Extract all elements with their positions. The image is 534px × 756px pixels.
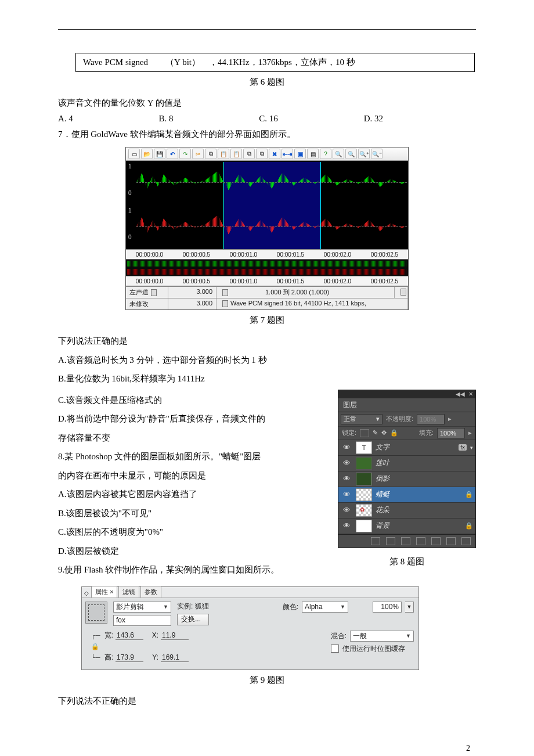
- adjustment-layer-icon[interactable]: [416, 537, 425, 545]
- flyout-icon[interactable]: ◇: [84, 590, 89, 596]
- visibility-eye-icon[interactable]: 👁: [341, 443, 352, 452]
- instance-type-select[interactable]: 影片剪辑▼: [113, 602, 171, 613]
- q8-opt-b: B.该图层被设为"不可见": [58, 505, 329, 522]
- ruler2-t4: 00:00:02.0: [324, 278, 351, 285]
- undo-icon[interactable]: ↶: [167, 149, 178, 159]
- lock-all-icon[interactable]: 🔒: [390, 429, 398, 437]
- instance-name-input[interactable]: fox: [113, 615, 171, 626]
- new-file-icon[interactable]: ▭: [128, 149, 140, 159]
- mix-icon[interactable]: ⧉: [243, 149, 255, 159]
- new-layer-icon[interactable]: [446, 537, 456, 545]
- delete-layer-icon[interactable]: [461, 537, 471, 545]
- paste-icon[interactable]: 📋: [218, 149, 229, 159]
- axis-1b: 1: [128, 207, 132, 214]
- lock-position-icon[interactable]: ✥: [381, 429, 387, 437]
- delete-icon[interactable]: ✖: [269, 149, 280, 159]
- q9-stem: 下列说法不正确的是: [58, 693, 476, 710]
- visibility-eye-icon[interactable]: 👁: [341, 506, 352, 514]
- resize-handle-icon[interactable]: [400, 289, 406, 296]
- link-layers-icon[interactable]: [371, 537, 380, 545]
- resize-handle-icon[interactable]: [222, 289, 228, 296]
- redo-icon[interactable]: ↷: [179, 149, 191, 159]
- fill-dd-icon[interactable]: ▸: [468, 429, 472, 437]
- swap-button[interactable]: 交换...: [177, 614, 209, 625]
- cache-bitmap-checkbox[interactable]: [331, 645, 339, 653]
- replace-icon[interactable]: ⧉: [256, 149, 268, 159]
- height-value[interactable]: 173.9: [116, 653, 143, 662]
- zoom-1to1-icon[interactable]: 🔍: [333, 149, 344, 159]
- close-icon[interactable]: ✕: [468, 391, 473, 397]
- layer-mask-icon[interactable]: [401, 537, 410, 545]
- alpha-dd-icon[interactable]: ▼: [405, 602, 414, 613]
- save-icon[interactable]: 💾: [154, 149, 165, 159]
- layer-text[interactable]: 👁 T 文字 fx▾: [338, 440, 475, 456]
- visibility-eye-icon[interactable]: 👁: [341, 459, 352, 467]
- help-icon[interactable]: ?: [320, 149, 331, 159]
- collapse-icon[interactable]: ◀◀: [456, 391, 465, 397]
- layer-lotus-leaf[interactable]: 👁 莲叶: [338, 456, 475, 471]
- layers-tab[interactable]: 图层: [338, 398, 475, 412]
- select-all-icon[interactable]: ▣: [294, 149, 306, 159]
- layer-reflection[interactable]: 👁 倒影: [338, 471, 475, 487]
- page-number: 2: [58, 744, 476, 753]
- status-modified-label: 未修改: [126, 298, 168, 309]
- blend-mode-select[interactable]: 一般▼: [350, 631, 414, 642]
- q6-opt-d: D. 32: [364, 114, 383, 124]
- tab-filters[interactable]: 滤镜: [118, 586, 139, 597]
- group-icon[interactable]: [431, 537, 441, 545]
- layer-dragonfly[interactable]: 👁 蜻蜓 🔒: [338, 487, 475, 503]
- blend-opacity-row: 正常▾ 不透明度: 100% ▸: [338, 412, 475, 427]
- layer-thumb: [356, 520, 372, 532]
- copy-icon[interactable]: ⧉: [205, 149, 217, 159]
- color-effect-select[interactable]: Alpha▼: [302, 602, 348, 613]
- link-wh-lock-icon[interactable]: 🔒: [91, 643, 98, 650]
- opacity-dd-icon[interactable]: ▸: [448, 415, 452, 423]
- resize-handle-icon[interactable]: [222, 300, 228, 307]
- lock-transparent-icon[interactable]: [360, 429, 369, 437]
- zoom-in-icon[interactable]: 🔍⁺: [358, 149, 370, 159]
- ruler-t1: 00:00:00.5: [183, 251, 210, 258]
- q7-intro: 7．使用 GoldWave 软件编辑某音频文件的部分界面如图所示。: [58, 126, 476, 143]
- ruler2-t2: 00:00:01.0: [230, 278, 257, 285]
- instance-value: 狐狸: [195, 602, 209, 610]
- paste-new-icon[interactable]: 📋: [230, 149, 242, 159]
- layer-thumb: [356, 488, 372, 501]
- layer-background[interactable]: 👁 背景 🔒: [338, 519, 475, 534]
- fx-badge[interactable]: fx: [459, 444, 467, 451]
- y-value[interactable]: 169.1: [161, 653, 189, 662]
- cut-icon[interactable]: ✂: [192, 149, 204, 159]
- set-marker-icon[interactable]: ▤: [307, 149, 319, 159]
- tab-params[interactable]: 参数: [140, 586, 161, 597]
- layer-name: 莲叶: [376, 458, 473, 468]
- overview-strip[interactable]: [126, 260, 408, 276]
- layers-panel-footer: [338, 534, 475, 548]
- layer-thumb: [356, 473, 372, 485]
- width-value[interactable]: 143.6: [116, 631, 143, 640]
- opacity-value[interactable]: 100%: [417, 414, 445, 424]
- caption-6: 第 6 题图: [58, 77, 476, 88]
- layer-style-icon[interactable]: [386, 537, 395, 545]
- chevron-down-icon: ▼: [163, 604, 168, 610]
- zoom-out-icon[interactable]: 🔍⁻: [371, 149, 383, 159]
- resize-handle-icon[interactable]: [151, 289, 157, 296]
- lock-pixels-icon[interactable]: ✎: [373, 429, 378, 437]
- q7-opt-d-line1: D.将当前选中部分设为"静音"后直接保存，音频文件的: [58, 411, 329, 427]
- open-file-icon[interactable]: 📂: [141, 149, 153, 159]
- panel-collapse-bar[interactable]: ◀◀✕: [338, 390, 475, 398]
- chevron-down-icon: ▾: [376, 415, 380, 423]
- status-row-2: 未修改 3.000 Wave PCM signed 16 bit, 44100 …: [126, 298, 408, 309]
- blend-mode-select[interactable]: 正常▾: [341, 414, 383, 424]
- status-total-len: 3.000: [168, 287, 217, 298]
- lock-label: 锁定:: [342, 429, 356, 437]
- waveform-area[interactable]: 1 0 1 0: [126, 161, 408, 249]
- alpha-percent-input[interactable]: 100%: [373, 602, 402, 613]
- visibility-eye-icon[interactable]: 👁: [341, 490, 352, 499]
- x-value[interactable]: 11.9: [161, 631, 189, 640]
- fill-value[interactable]: 100%: [437, 428, 465, 438]
- layer-flower[interactable]: 👁 花朵: [338, 503, 475, 519]
- zoom-all-icon[interactable]: 🔍: [345, 149, 357, 159]
- trim-icon[interactable]: ⇤⇥: [282, 149, 293, 159]
- tab-properties[interactable]: 属性 ×: [91, 586, 117, 597]
- visibility-eye-icon[interactable]: 👁: [341, 521, 352, 530]
- visibility-eye-icon[interactable]: 👁: [341, 474, 352, 483]
